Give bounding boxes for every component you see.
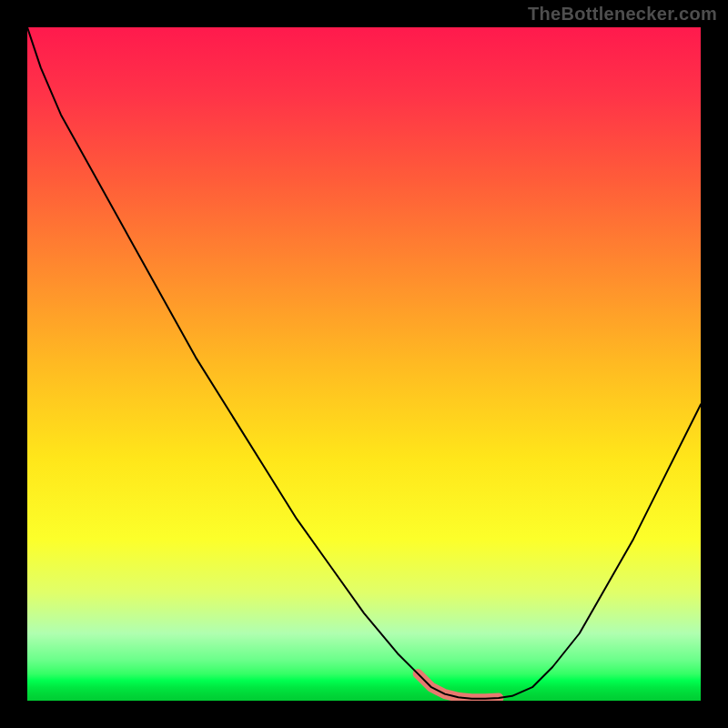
chart-container: TheBottlenecker.com (0, 0, 728, 728)
line-curve (27, 27, 701, 699)
plot-area (27, 27, 701, 701)
watermark-text: TheBottlenecker.com (528, 4, 717, 25)
curve-layer (27, 27, 701, 701)
